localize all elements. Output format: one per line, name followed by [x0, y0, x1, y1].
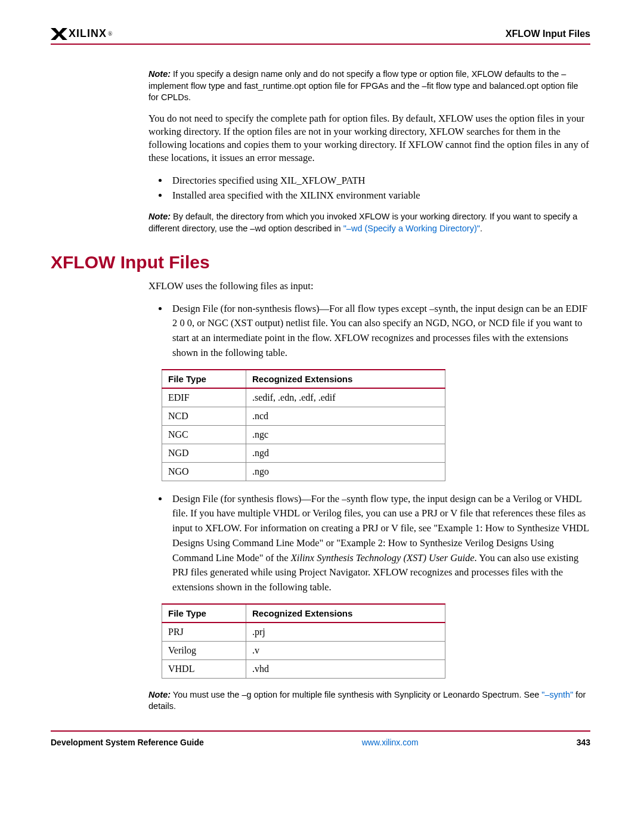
table-header: Recognized Extensions — [246, 370, 445, 388]
list-item: Installed area specified with the XILINX… — [169, 188, 590, 203]
paragraph-1: You do not need to specify the complete … — [148, 112, 590, 165]
note-label: Note: — [148, 212, 171, 221]
note-text-after: . — [480, 224, 482, 233]
footer-page-number: 343 — [577, 738, 590, 747]
table-row: EDIF.sedif, .edn, .edf, .edif — [162, 388, 445, 407]
bullet-list-1: Directories specified using XIL_XFLOW_PA… — [148, 174, 590, 203]
paragraph-2: XFLOW uses the following files as input: — [148, 280, 590, 293]
wd-link[interactable]: "–wd (Specify a Working Directory)" — [343, 224, 480, 233]
section-heading: XFLOW Input Files — [51, 252, 590, 272]
table-header: File Type — [162, 370, 246, 388]
table-row: NCD.ncd — [162, 407, 445, 425]
note-label: Note: — [148, 690, 171, 699]
table-header: Recognized Extensions — [246, 604, 445, 623]
bullet-list-3: Design File (for synthesis flows)—For th… — [148, 492, 590, 595]
footer-doc-title: Development System Reference Guide — [51, 738, 204, 747]
logo-text: XILINX — [69, 27, 107, 40]
xilinx-logo: XILINX ® — [51, 27, 113, 40]
page-container: XILINX ® XFLOW Input Files Note: If you … — [0, 0, 644, 771]
list-item-design-synth: Design File (for synthesis flows)—For th… — [169, 492, 590, 595]
table-row: VHDL.vhd — [162, 659, 445, 678]
list-item-design-nonsynth: Design File (for non-synthesis flows)—Fo… — [169, 302, 590, 361]
table-header: File Type — [162, 604, 246, 623]
note-3: Note: You must use the –g option for mul… — [148, 689, 590, 713]
bullet-list-2: Design File (for non-synthesis flows)—Fo… — [148, 302, 590, 361]
extensions-table-2: File Type Recognized Extensions PRJ.prj … — [162, 603, 445, 679]
list-item: Directories specified using XIL_XFLOW_PA… — [169, 174, 590, 188]
table-row: NGC.ngc — [162, 425, 445, 444]
xilinx-logo-icon — [51, 28, 67, 40]
content-block-2: XFLOW uses the following files as input:… — [148, 280, 590, 713]
synth-link[interactable]: "–synth" — [541, 690, 573, 699]
page-header: XILINX ® XFLOW Input Files — [51, 27, 590, 45]
table-row: NGO.ngo — [162, 462, 445, 481]
note-text: If you specify a design name only and do… — [148, 69, 578, 102]
note-1: Note: If you specify a design name only … — [148, 69, 590, 104]
table-row: PRJ.prj — [162, 623, 445, 642]
logo-registered: ® — [108, 30, 113, 37]
table-row: Verilog.v — [162, 641, 445, 659]
header-title: XFLOW Input Files — [506, 29, 590, 39]
table-row: NGD.ngd — [162, 444, 445, 462]
note-text-before: You must use the –g option for multiple … — [173, 690, 541, 699]
footer-url[interactable]: www.xilinx.com — [362, 738, 419, 747]
content-block-1: Note: If you specify a design name only … — [148, 69, 590, 234]
page-footer: Development System Reference Guide www.x… — [51, 730, 590, 747]
note-label: Note: — [148, 69, 171, 79]
extensions-table-1: File Type Recognized Extensions EDIF.sed… — [162, 369, 445, 481]
note-2: Note: By default, the directory from whi… — [148, 211, 590, 234]
